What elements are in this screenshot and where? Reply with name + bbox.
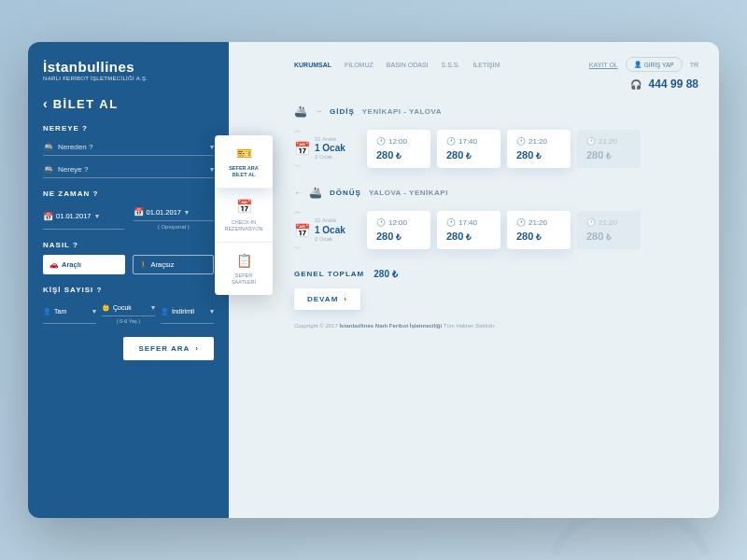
chevron-down-icon: ▾ (210, 143, 214, 151)
return-date-picker: ︿ 📅 31 Aralık 1 Ocak 2 Ocak ﹀ (294, 206, 359, 253)
ship-icon: 🚢 (43, 142, 52, 151)
page-title: BİLET AL (53, 97, 119, 111)
chevron-down-icon: ▾ (185, 208, 189, 217)
date-prev-button[interactable]: ︿ (294, 206, 302, 217)
calendar-icon: 📅 (134, 207, 143, 217)
time-card[interactable]: 🕐21:20280 ₺ (507, 130, 571, 168)
chevron-down-icon: ▾ (210, 165, 214, 174)
nav-faq[interactable]: S.S.S. (442, 62, 460, 68)
login-button[interactable]: 👤 GİRİŞ YAP (626, 57, 683, 72)
calendar-icon: 📅 (43, 212, 52, 221)
signup-link[interactable]: KAYIT OL (589, 62, 618, 68)
persons-section: KİŞİ SAYISI ? 👤 Tam ▾ 👶 Çocuk ▾ ( 0-6 Ya… (43, 286, 214, 324)
date-value: 01.01.2017 (56, 212, 92, 220)
person-icon: 👤 (161, 308, 169, 315)
clock-icon: 🕐 (586, 137, 596, 146)
nav-contact[interactable]: İLETİŞİM (472, 62, 500, 68)
price-value: 280 ₺ (586, 231, 631, 242)
when-label: NE ZAMAN ? (43, 189, 214, 198)
time-value: 21:20 (529, 137, 547, 146)
time-value: 17:40 (458, 218, 477, 227)
time-value: 12:00 (388, 137, 407, 146)
date-next-button[interactable]: ﹀ (294, 244, 302, 254)
return-label: DÖNÜŞ (330, 189, 361, 197)
date-next-button[interactable]: ﹀ (294, 161, 302, 172)
time-card[interactable]: 🕐21:20280 ₺ (577, 130, 641, 168)
time-value: 17:40 (458, 137, 477, 146)
return-date[interactable]: 1 Ocak (315, 225, 345, 236)
time-value: 12:00 (388, 218, 407, 227)
ship-icon: 🚢 (294, 105, 307, 118)
search-trips-button[interactable]: SEFER ARA › (123, 337, 214, 360)
return-date[interactable]: 📅 01.01.2017 ▾ (134, 203, 215, 221)
discount-fare-select[interactable]: 👤 İndirimli ▾ (161, 300, 214, 324)
clock-icon: 🕐 (516, 218, 526, 227)
child-fare-select[interactable]: 👶 Çocuk ▾ (102, 300, 155, 316)
clock-icon: 🕐 (446, 137, 456, 146)
outbound-schedule: ︿ 📅 31 Aralık 1 Ocak 2 Ocak ﹀ 🕐12:00280 … (294, 125, 698, 172)
from-placeholder: Nereden ? (58, 143, 204, 151)
time-card[interactable]: 🕐21:20280 ₺ (577, 211, 641, 249)
to-select[interactable]: 🚢 Nereye ? ▾ (43, 161, 214, 178)
to-placeholder: Nereye ? (58, 165, 204, 174)
logo[interactable]: İstanbullines NARLI FERİBOT İŞLETMECİLİĞ… (43, 59, 214, 81)
clock-icon: 🕐 (446, 218, 456, 227)
nav-corporate[interactable]: KURUMSAL (294, 62, 331, 68)
booking-sidebar: İstanbullines NARLI FERİBOT İŞLETMECİLİĞ… (28, 42, 229, 518)
app-window: İstanbullines NARLI FERİBOT İŞLETMECİLİĞ… (28, 42, 719, 518)
with-vehicle-chip[interactable]: 🚗 Araçlı (43, 255, 125, 274)
ship-icon: 🚢 (43, 164, 52, 174)
where-section: NEREYE ? 🚢 Nereden ? ▾ 🚢 Nereye ? ▾ (43, 124, 214, 178)
time-card[interactable]: 🕐21:20280 ₺ (507, 211, 571, 249)
price-value: 280 ₺ (586, 149, 631, 161)
time-value: 21:20 (529, 218, 547, 227)
arrow-left-icon: ← (294, 189, 302, 197)
calendar-icon: 📅 (294, 141, 310, 156)
back-title[interactable]: ‹ BİLET AL (43, 96, 214, 111)
time-card[interactable]: 🕐12:00280 ₺ (367, 130, 430, 168)
clock-icon: 🕐 (376, 137, 386, 146)
tab-schedule[interactable]: 📋 SEFER SAATLERİ (215, 243, 273, 295)
person-icon: 👤 (43, 308, 51, 315)
total-label: GENEL TOPLAM (294, 270, 364, 278)
outbound-date[interactable]: 1 Ocak (315, 143, 345, 154)
time-card[interactable]: 🕐12:00280 ₺ (367, 211, 430, 249)
clipboard-icon: 📋 (220, 252, 267, 269)
tab-checkin[interactable]: 📅 CHECK-IN REZERVASYON (215, 189, 273, 242)
total-row: GENEL TOPLAM 280 ₺ (294, 269, 698, 279)
main-content: KURUMSAL FİLOMUZ BASIN ODASI S.S.S. İLET… (229, 42, 719, 518)
clock-icon: 🕐 (516, 137, 526, 146)
nav-fleet[interactable]: FİLOMUZ (345, 62, 374, 68)
from-select[interactable]: 🚢 Nereden ? ▾ (43, 138, 214, 156)
language-toggle[interactable]: TR (690, 62, 698, 68)
car-icon: 🚗 (49, 260, 58, 269)
continue-button[interactable]: DEVAM › (294, 288, 360, 310)
chevron-right-icon: › (195, 344, 199, 353)
without-vehicle-chip[interactable]: 🚶 Araçsız (133, 255, 215, 274)
date-prev-button[interactable]: ︿ (294, 125, 302, 135)
outbound-route: YENİKAPI - YALOVA (362, 107, 442, 116)
footer: Copyright © 2017 İstanbullines Narlı Fer… (294, 323, 698, 329)
arrow-right-icon: → (315, 107, 322, 116)
time-value: 21:20 (599, 137, 617, 146)
when-section: NE ZAMAN ? 📅 01.01.2017 ▾ 📅 01.01.2017 ▾… (43, 189, 214, 230)
child-icon: 👶 (102, 304, 110, 312)
time-card[interactable]: 🕐17:40280 ₺ (437, 130, 500, 168)
clock-icon: 🕐 (586, 218, 596, 227)
walk-icon: 🚶 (139, 260, 148, 269)
full-fare-select[interactable]: 👤 Tam ▾ (43, 300, 96, 324)
return-header: ← 🚢 DÖNÜŞ YALOVA - YENİKAPI (294, 187, 698, 199)
tab-rail: 🎫 SEFER ARA BİLET AL 📅 CHECK-IN REZERVAS… (215, 135, 273, 295)
support-phone[interactable]: 🎧 444 99 88 (294, 77, 698, 91)
departure-date[interactable]: 📅 01.01.2017 ▾ (43, 203, 124, 230)
return-schedule: ︿ 📅 31 Aralık 1 Ocak 2 Ocak ﹀ 🕐12:00280 … (294, 206, 698, 253)
time-value: 21:20 (599, 218, 617, 227)
calendar-icon: 📅 (220, 198, 267, 215)
chevron-down-icon: ▾ (95, 212, 99, 220)
optional-label: ( Opsiyonal ) (134, 224, 215, 230)
time-card[interactable]: 🕐17:40280 ₺ (437, 211, 500, 249)
nav-press[interactable]: BASIN ODASI (387, 62, 429, 68)
price-value: 280 ₺ (516, 149, 561, 161)
tab-search-buy[interactable]: 🎫 SEFER ARA BİLET AL (215, 135, 273, 189)
logo-text: İstanbullines (43, 59, 214, 75)
